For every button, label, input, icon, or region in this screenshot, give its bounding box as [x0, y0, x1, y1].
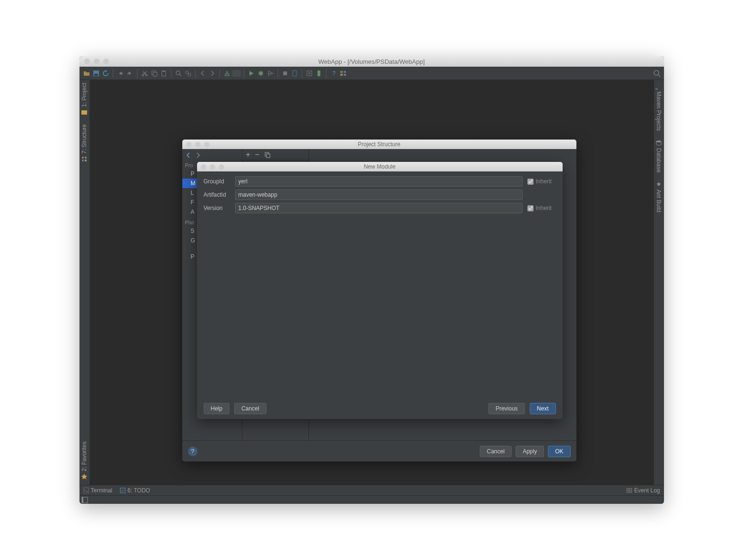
svg-point-24	[82, 157, 84, 159]
svg-point-12	[259, 71, 263, 75]
right-tool-strip: m Maven Projects Database Ant Build	[654, 80, 664, 485]
svg-rect-13	[283, 71, 287, 75]
maven-toolwindow-tab[interactable]: m Maven Projects	[655, 83, 662, 131]
toolwindows-toggle-icon[interactable]	[81, 497, 88, 503]
ant-tab-label: Ant Build	[655, 190, 662, 212]
groupid-inherit-checkbox[interactable]: Inherit	[527, 178, 556, 185]
run-config-dropdown[interactable]	[232, 69, 241, 78]
bottom-strip	[79, 495, 664, 504]
build-icon[interactable]	[223, 69, 231, 78]
svg-point-25	[85, 157, 87, 159]
ps-remove-icon[interactable]: −	[255, 150, 259, 159]
nm-next-button[interactable]: Next	[530, 403, 556, 414]
svg-rect-20	[340, 74, 343, 76]
search-everywhere-icon[interactable]	[653, 69, 661, 78]
avd-icon[interactable]	[290, 69, 299, 78]
nm-help-button[interactable]: Help	[204, 403, 230, 414]
svg-rect-14	[293, 70, 297, 76]
nm-dialog-footer: Help Cancel Previous Next	[197, 398, 563, 419]
svg-text:m: m	[655, 88, 660, 90]
svg-rect-11	[232, 70, 241, 77]
nm-dialog-titlebar: New Module	[197, 162, 563, 171]
ps-cancel-button[interactable]: Cancel	[480, 446, 512, 457]
sdk-icon[interactable]	[315, 69, 323, 78]
nm-previous-button[interactable]: Previous	[488, 403, 525, 414]
ps-copy-icon[interactable]	[264, 151, 271, 158]
svg-point-10	[188, 73, 191, 76]
ide-window: WebApp - [/Volumes/PSData/WebApp] ?	[79, 56, 664, 504]
main-toolbar: ?	[79, 67, 664, 80]
ps-dialog-titlebar: Project Structure	[182, 140, 576, 149]
back-icon[interactable]	[198, 69, 207, 78]
groupid-label: GroupId	[204, 178, 230, 185]
debug-icon[interactable]	[257, 69, 265, 78]
eventlog-toolwindow-tab[interactable]: Event Log	[626, 487, 660, 494]
replace-icon[interactable]	[184, 69, 192, 78]
ps-ok-button[interactable]: OK	[548, 446, 570, 457]
version-inherit-checkbox[interactable]: Inherit	[527, 205, 556, 211]
svg-rect-18	[340, 71, 343, 73]
terminal-toolwindow-tab[interactable]: Terminal	[83, 487, 112, 494]
nm-dialog-title: New Module	[197, 163, 563, 170]
database-toolwindow-tab[interactable]: Database	[655, 140, 662, 172]
favorites-toolwindow-tab[interactable]: 2: Favorites	[81, 441, 88, 480]
forward-icon[interactable]	[208, 69, 217, 78]
svg-point-9	[186, 71, 188, 74]
find-icon[interactable]	[174, 69, 183, 78]
svg-rect-33	[83, 488, 89, 493]
ps-back-icon[interactable]	[185, 152, 192, 159]
groupid-input[interactable]	[235, 176, 523, 187]
svg-point-27	[85, 160, 87, 161]
todo-toolwindow-tab[interactable]: 6: TODO	[120, 487, 150, 494]
svg-point-26	[82, 160, 84, 161]
svg-rect-37	[82, 497, 83, 503]
editor-area: 1: Project 7: Structure 2: Favorites	[79, 80, 664, 485]
status-bar: Terminal 6: TODO Event Log	[79, 485, 664, 495]
redo-icon[interactable]	[126, 69, 134, 78]
left-tool-strip: 1: Project 7: Structure 2: Favorites	[79, 80, 90, 485]
ant-toolwindow-tab[interactable]: Ant Build	[655, 181, 662, 212]
run-icon[interactable]	[247, 69, 256, 78]
structure-toolbar-icon[interactable]	[339, 69, 347, 78]
svg-point-22	[654, 70, 659, 75]
artifactid-label: ArtifactId	[204, 191, 230, 198]
artifactid-input[interactable]	[235, 190, 523, 200]
svg-rect-1	[94, 74, 98, 76]
ps-add-icon[interactable]: +	[246, 150, 250, 159]
svg-point-31	[656, 140, 661, 142]
svg-rect-21	[344, 74, 346, 76]
svg-rect-19	[344, 71, 346, 73]
paste-icon[interactable]	[159, 69, 168, 78]
help-icon[interactable]: ?	[329, 69, 338, 78]
version-input[interactable]	[235, 203, 523, 213]
ps-forward-icon[interactable]	[195, 152, 201, 159]
svg-point-8	[176, 71, 180, 75]
version-label: Version	[204, 205, 230, 211]
coverage-icon[interactable]	[266, 69, 275, 78]
new-module-dialog: New Module GroupId Inherit ArtifactId Ve	[197, 162, 563, 419]
update-icon[interactable]	[305, 69, 314, 78]
svg-rect-5	[153, 72, 157, 76]
svg-rect-34	[120, 488, 125, 493]
window-title: WebApp - [/Volumes/PSData/WebApp]	[79, 58, 664, 65]
ps-apply-button[interactable]: Apply	[515, 446, 544, 457]
nm-form: GroupId Inherit ArtifactId Version Inher…	[197, 171, 563, 398]
svg-rect-23	[81, 110, 87, 115]
cut-icon[interactable]	[140, 69, 149, 78]
open-icon[interactable]	[82, 69, 91, 78]
nm-cancel-button[interactable]: Cancel	[234, 403, 266, 414]
project-toolwindow-tab[interactable]: 1: Project	[81, 83, 88, 116]
stop-icon[interactable]	[281, 69, 289, 78]
save-icon[interactable]	[92, 69, 100, 78]
undo-icon[interactable]	[116, 69, 125, 78]
structure-tab-label: 7: Structure	[81, 124, 88, 154]
copy-icon[interactable]	[150, 69, 159, 78]
main-titlebar: WebApp - [/Volumes/PSData/WebApp]	[79, 56, 664, 67]
sync-icon[interactable]	[101, 69, 110, 78]
ps-help-icon[interactable]: ?	[188, 447, 198, 456]
svg-text:?: ?	[332, 70, 336, 77]
structure-toolwindow-tab[interactable]: 7: Structure	[81, 124, 88, 162]
svg-rect-29	[267, 154, 270, 158]
center-pane: Project Structure Pro P M L F A	[90, 80, 654, 485]
project-tab-label: 1: Project	[81, 83, 88, 107]
